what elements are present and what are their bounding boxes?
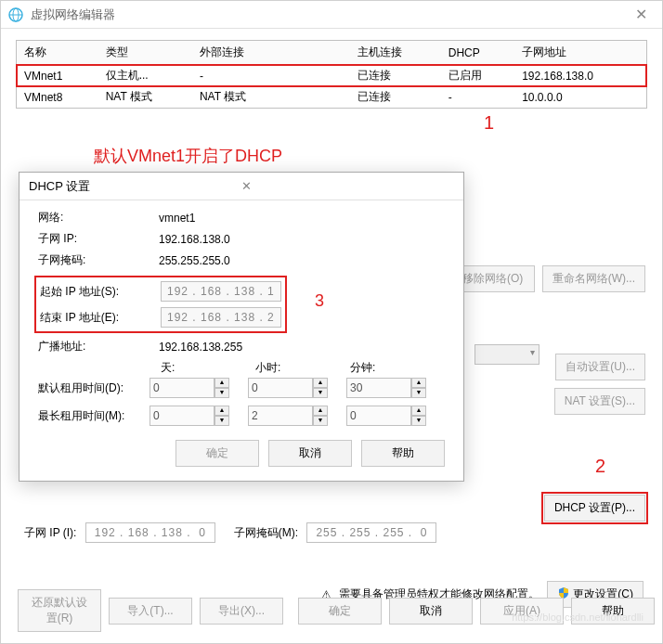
start-ip-label: 起始 IP 地址(S): [40, 284, 161, 300]
annotation-3: 3 [315, 291, 324, 311]
max-lease-label: 最长租用时间(M): [38, 408, 150, 424]
spinner-arrows[interactable]: ▲▼ [313, 406, 328, 426]
annotation-1: 1 [484, 112, 494, 134]
annotation-2: 2 [595, 456, 605, 477]
max-days-input[interactable] [150, 406, 214, 426]
subnet-ip-label: 子网 IP (I): [24, 526, 76, 539]
title-text: 虚拟网络编辑器 [31, 6, 628, 23]
cancel-button[interactable]: 取消 [389, 598, 473, 625]
default-hours-input[interactable] [248, 378, 313, 398]
dhcp-help-button[interactable]: 帮助 [361, 440, 445, 467]
col-dhcp[interactable]: DHCP [441, 41, 514, 65]
subnet-ip-value: 192.168.138.0 [159, 233, 230, 246]
col-host[interactable]: 主机连接 [350, 41, 441, 65]
default-days-input[interactable] [150, 378, 214, 398]
dhcp-title-bar: DHCP 设置 ✕ [20, 173, 463, 200]
col-external[interactable]: 外部连接 [192, 41, 350, 65]
footer-buttons: 还原默认设置(R) 导入(T)... 导出(X)... 确定 取消 应用(A) … [1, 589, 662, 632]
export-button[interactable]: 导出(X)... [200, 598, 283, 625]
import-button[interactable]: 导入(T)... [109, 598, 192, 625]
rename-network-button[interactable]: 重命名网络(W)... [542, 265, 645, 292]
ok-button[interactable]: 确定 [298, 598, 382, 625]
start-ip-input[interactable] [161, 281, 281, 302]
table-row[interactable]: VMnet8 NAT 模式 NAT 模式 已连接 - 10.0.0.0 [17, 86, 646, 108]
col-name[interactable]: 名称 [17, 41, 98, 65]
table-header: 名称 类型 外部连接 主机连接 DHCP 子网地址 [17, 41, 646, 65]
dhcp-dialog: DHCP 设置 ✕ 网络:vmnet1 子网 IP:192.168.138.0 … [19, 172, 464, 482]
dropdown[interactable] [474, 344, 540, 365]
network-value: vmnet1 [159, 212, 195, 225]
broadcast-value: 192.168.138.255 [159, 341, 242, 354]
hours-header: 小时: [255, 360, 332, 376]
subnet-ip-input[interactable] [85, 522, 215, 543]
auto-settings-button[interactable]: 自动设置(U)... [555, 354, 645, 380]
max-mins-input[interactable] [346, 406, 411, 426]
dhcp-cancel-button[interactable]: 取消 [268, 440, 352, 467]
dhcp-title-text: DHCP 设置 [29, 178, 234, 195]
ip-range-box: 起始 IP 地址(S): 结束 IP 地址(E): [34, 276, 287, 333]
default-lease-label: 默认租用时间(D): [38, 380, 150, 396]
close-icon[interactable]: ✕ [628, 6, 655, 23]
spinner-arrows[interactable]: ▲▼ [214, 406, 229, 426]
dhcp-ok-button[interactable]: 确定 [176, 440, 259, 467]
max-hours-input[interactable] [248, 406, 313, 426]
network-table: 名称 类型 外部连接 主机连接 DHCP 子网地址 VMnet1 仅主机... … [16, 40, 647, 109]
table-row[interactable]: VMnet1 仅主机... - 已连接 已启用 192.168.138.0 [17, 65, 646, 87]
spinner-arrows[interactable]: ▲▼ [411, 378, 426, 398]
col-subnet[interactable]: 子网地址 [514, 41, 646, 65]
dhcp-settings-button[interactable]: DHCP 设置(P)... [544, 495, 645, 522]
subnet-mask-value: 255.255.255.0 [159, 254, 230, 267]
subnet-mask-label: 子网掩码: [38, 252, 159, 268]
broadcast-label: 广播地址: [38, 339, 159, 354]
subnet-fields: 子网 IP (I): 子网掩码(M): [24, 522, 436, 543]
days-header: 天: [161, 360, 237, 376]
mins-header: 分钟: [350, 360, 426, 376]
default-mins-input[interactable] [346, 378, 411, 398]
subnet-mask-input[interactable] [306, 522, 436, 543]
side-buttons: 移除网络(O) 重命名网络(W)... 自动设置(U)... NAT 设置(S)… [451, 265, 645, 522]
annotation-note: 默认VMnet1开启了DHCP [94, 145, 282, 167]
spinner-arrows[interactable]: ▲▼ [214, 378, 229, 398]
col-type[interactable]: 类型 [98, 41, 192, 65]
end-ip-input[interactable] [161, 307, 281, 328]
spinner-arrows[interactable]: ▲▼ [313, 378, 328, 398]
globe-icon [8, 7, 23, 22]
restore-defaults-button[interactable]: 还原默认设置(R) [18, 589, 101, 632]
spinner-arrows[interactable]: ▲▼ [411, 406, 426, 426]
nat-settings-button[interactable]: NAT 设置(S)... [554, 388, 645, 415]
watermark: https://blog.csdn.net/lionardlli [512, 612, 644, 623]
network-label: 网络: [38, 210, 159, 225]
subnet-mask-label: 子网掩码(M): [234, 526, 298, 539]
end-ip-label: 结束 IP 地址(E): [40, 310, 161, 326]
close-icon[interactable]: ✕ [234, 179, 454, 193]
title-bar: 虚拟网络编辑器 ✕ [1, 1, 662, 29]
subnet-ip-label: 子网 IP: [38, 231, 159, 247]
